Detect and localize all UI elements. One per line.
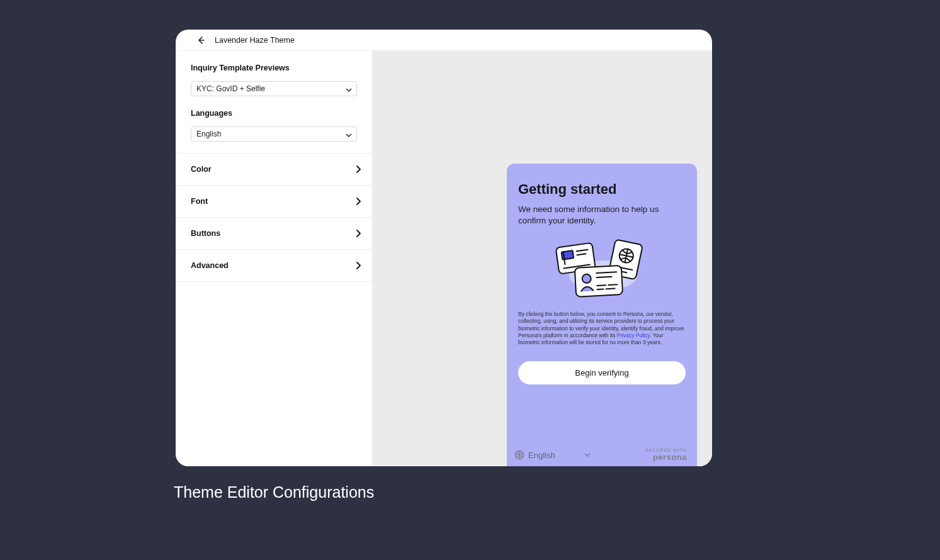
accordion-label: Color [191,165,212,174]
svg-rect-10 [575,266,623,297]
language-switcher-value: English [528,451,555,460]
languages-label: Languages [191,109,357,118]
figure-caption: Theme Editor Configurations [174,483,374,501]
id-cards-illustration [518,237,686,300]
begin-verifying-button[interactable]: Begin verifying [518,361,686,384]
secured-label: SECURED WITH [645,448,687,452]
caret-down-icon [584,453,591,457]
back-button[interactable] [195,34,207,47]
preview-card: Getting started We need some information… [507,164,697,466]
svg-line-15 [608,285,617,286]
templates-label: Inquiry Template Previews [191,64,357,72]
preview-subtitle: We need some information to help us conf… [518,204,686,227]
arrow-left-icon [196,35,206,45]
consent-text: By clicking the button below, you consen… [518,311,686,345]
brand-name: persona [653,452,687,462]
template-select[interactable]: KYC: GovID + Selfie [191,81,357,96]
chevron-right-icon [356,230,361,237]
accordion-font[interactable]: Font [176,186,372,218]
chevron-right-icon [356,165,361,173]
template-select-wrap: KYC: GovID + Selfie [191,81,357,96]
privacy-policy-link[interactable]: Privacy Policy [617,332,650,339]
chevron-right-icon [356,262,361,269]
language-switcher[interactable]: English [514,450,591,460]
accordion-buttons[interactable]: Buttons [176,218,372,250]
preview-footer: English SECURED WITH persona [507,444,697,466]
accordion-label: Buttons [191,229,220,238]
language-select-value: English [196,130,221,138]
template-select-value: KYC: GovID + Selfie [196,84,265,93]
svg-point-11 [582,274,591,284]
svg-line-14 [597,286,606,286]
preview-title: Getting started [518,181,686,198]
accordion-advanced[interactable]: Advanced [176,250,372,282]
theme-editor-window: Lavender Haze Theme Inquiry Template Pre… [176,30,712,466]
header-bar: Lavender Haze Theme [176,30,712,51]
accordion-label: Font [191,197,208,206]
body: Inquiry Template Previews KYC: GovID + S… [176,51,712,466]
chevron-right-icon [356,198,361,205]
secured-with-brand: SECURED WITH persona [645,448,687,462]
accordion-label: Advanced [191,261,229,270]
sidebar: Inquiry Template Previews KYC: GovID + S… [176,51,373,466]
globe-icon [514,450,524,460]
preview-area: Getting started We need some information… [373,51,712,466]
sidebar-top-section: Inquiry Template Previews KYC: GovID + S… [176,51,372,154]
language-select-wrap: English [191,126,357,142]
svg-line-16 [597,289,604,290]
svg-line-17 [606,289,615,289]
svg-line-13 [597,277,612,277]
language-select[interactable]: English [191,126,357,142]
accordion-color[interactable]: Color [176,154,372,186]
page-title: Lavender Haze Theme [215,36,295,45]
